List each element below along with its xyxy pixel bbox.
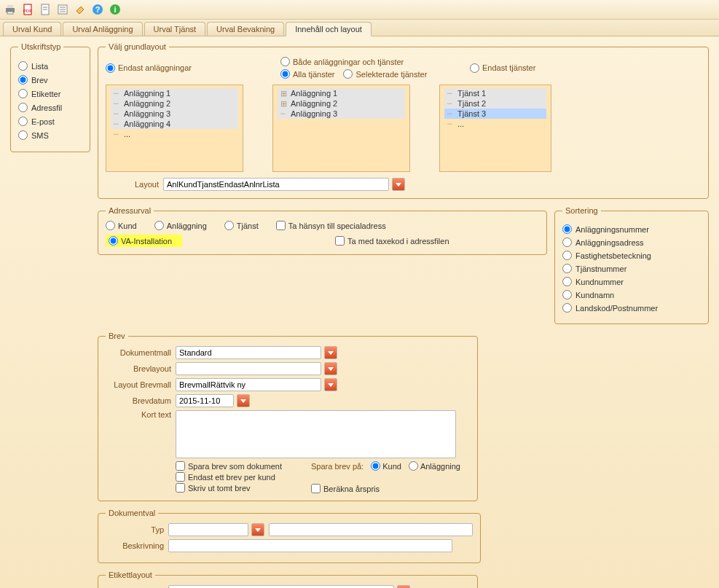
tree-node[interactable]: Tjänst 3 bbox=[444, 109, 546, 119]
utskriftstyp-brev-label: Brev bbox=[31, 76, 48, 85]
dokumentval-legend: Dokumentval bbox=[106, 509, 158, 517]
opt-sel-tj[interactable]: Selekterade tjänster bbox=[343, 69, 427, 79]
opt-endast-anl[interactable]: Endast anläggningar bbox=[106, 57, 251, 79]
tree-tjanster[interactable]: Tjänst 1 Tjänst 2 Tjänst 3 ... bbox=[439, 85, 551, 172]
tree-anl-tjanst[interactable]: Anläggning 1 Anläggning 2 Anläggning 3 bbox=[272, 85, 410, 172]
print-icon[interactable] bbox=[3, 2, 17, 17]
addr-cb-special-label: Ta hänsyn till specialadress bbox=[288, 222, 386, 230]
sort-anladr[interactable]: Anläggningsadress bbox=[562, 238, 701, 247]
dokumentval-group: Dokumentval Typ Beskrivning bbox=[98, 509, 481, 563]
etikett-layout-drop[interactable] bbox=[397, 585, 410, 588]
sort-opt-label: Fastighetsbeteckning bbox=[575, 251, 651, 260]
grund-layout-input[interactable] bbox=[163, 178, 389, 191]
tree-anlaggningar[interactable]: Anläggning 1 Anläggning 2 Anläggning 3 A… bbox=[106, 85, 243, 172]
opt-sel-tj-label: Selekterade tjänster bbox=[355, 70, 427, 79]
document-icon[interactable] bbox=[38, 2, 52, 17]
utskriftstyp-adressfil[interactable]: Adressfil bbox=[18, 103, 82, 112]
cb-tomt[interactable]: Skriv ut tomt brev bbox=[176, 483, 282, 493]
grund-layout-drop[interactable] bbox=[392, 178, 405, 191]
opt-alla-tj[interactable]: Alla tjänster bbox=[280, 69, 334, 79]
utskriftstyp-epost[interactable]: E-post bbox=[18, 117, 82, 126]
tree-node[interactable]: Anläggning 1 bbox=[278, 88, 405, 98]
brev-legend: Brev bbox=[106, 332, 128, 340]
addr-kund[interactable]: Kund bbox=[106, 221, 137, 230]
sort-landskod[interactable]: Landskod/Postnummer bbox=[562, 303, 701, 313]
brevmall-input[interactable] bbox=[176, 378, 321, 391]
tree-node[interactable]: Anläggning 3 bbox=[278, 109, 405, 119]
dok-extra-input[interactable] bbox=[269, 523, 473, 536]
list-icon[interactable] bbox=[55, 2, 70, 17]
cb-label: Skriv ut tomt brev bbox=[188, 484, 251, 493]
help-icon[interactable]: ? bbox=[90, 2, 105, 17]
opt-endast-anl-label: Endast anläggningar bbox=[118, 63, 192, 72]
tree-node[interactable]: Tjänst 1 bbox=[444, 88, 546, 98]
brevmall-label: Layout Brevmall bbox=[106, 380, 171, 389]
tree-node[interactable]: ... bbox=[444, 119, 546, 129]
opt-endast-tj[interactable]: Endast tjänster bbox=[470, 57, 535, 79]
utskriftstyp-epost-label: E-post bbox=[31, 117, 55, 126]
korttext-input[interactable] bbox=[176, 410, 456, 458]
addr-tjanst[interactable]: Tjänst bbox=[224, 221, 259, 230]
sortering-group: Sortering Anläggningsnummer Anläggningsa… bbox=[554, 206, 709, 324]
tab-urval-kund[interactable]: Urval Kund bbox=[3, 22, 61, 36]
tree-node[interactable]: Anläggning 4 bbox=[111, 119, 238, 129]
sort-kundnamn[interactable]: Kundnamn bbox=[562, 290, 701, 299]
etikett-group: Etikettlayout Layout Endast en etikett p… bbox=[98, 571, 478, 588]
spara-pa-anl[interactable]: Anläggning bbox=[409, 461, 460, 471]
addr-tjanst-label: Tjänst bbox=[237, 222, 259, 230]
brevlayout-drop[interactable] bbox=[324, 362, 337, 375]
utskriftstyp-brev[interactable]: Brev bbox=[18, 75, 82, 85]
addr-cb-taxekod[interactable]: Ta med taxekod i adressfilen bbox=[335, 236, 449, 246]
adressurval-group: Adressurval Kund Anläggning Tjänst Ta hä… bbox=[98, 206, 547, 255]
tab-urval-tjanst[interactable]: Urval Tjänst bbox=[144, 22, 205, 36]
sort-kundnr[interactable]: Kundnummer bbox=[562, 277, 701, 286]
dok-beskr-label: Beskrivning bbox=[106, 541, 164, 550]
sort-opt-label: Kundnummer bbox=[575, 278, 624, 286]
brevlayout-input[interactable] bbox=[176, 362, 321, 375]
utskriftstyp-group: Utskriftstyp Lista Brev Etiketter Adress… bbox=[10, 42, 90, 152]
sort-fastighet[interactable]: Fastighetsbeteckning bbox=[562, 251, 701, 260]
opt-bade[interactable]: Både anläggningar och tjänster bbox=[280, 57, 441, 66]
etikett-layout-input[interactable] bbox=[168, 585, 394, 588]
cb-label: Spara brev som dokument bbox=[188, 462, 282, 471]
spara-pa-kund[interactable]: Kund bbox=[371, 461, 401, 471]
cb-ett-brev[interactable]: Endast ett brev per kund bbox=[176, 472, 282, 482]
dok-typ-label: Typ bbox=[106, 525, 164, 534]
tree-node[interactable]: Anläggning 1 bbox=[111, 88, 238, 98]
tree-node[interactable]: ... bbox=[111, 129, 238, 139]
dok-beskr-input[interactable] bbox=[168, 539, 452, 552]
utskriftstyp-etiketter[interactable]: Etiketter bbox=[18, 89, 82, 98]
tree-node[interactable]: Anläggning 2 bbox=[278, 98, 405, 109]
addr-cb-special[interactable]: Ta hänsyn till specialadress bbox=[276, 221, 386, 230]
dokmall-drop[interactable] bbox=[324, 346, 337, 359]
addr-va[interactable]: VA-Installation bbox=[106, 235, 182, 247]
tree-node[interactable]: Anläggning 2 bbox=[111, 98, 238, 109]
brevdatum-input[interactable] bbox=[176, 394, 234, 407]
tab-innehall-layout[interactable]: Innehåll och layout bbox=[286, 22, 372, 36]
tab-urval-anlaggning[interactable]: Urval Anläggning bbox=[63, 22, 142, 36]
dok-typ-input[interactable] bbox=[168, 523, 248, 536]
cb-spara-dok[interactable]: Spara brev som dokument bbox=[176, 461, 282, 471]
sort-tjanstnr[interactable]: Tjänstnummer bbox=[562, 264, 701, 273]
utskriftstyp-lista[interactable]: Lista bbox=[18, 61, 82, 71]
brevmall-drop[interactable] bbox=[324, 378, 337, 391]
info-icon[interactable]: i bbox=[108, 2, 122, 17]
cb-arspris[interactable]: Beräkna årspris bbox=[311, 484, 460, 493]
tree-node[interactable]: Anläggning 3 bbox=[111, 109, 238, 119]
addr-anl[interactable]: Anläggning bbox=[154, 221, 207, 230]
spara-pa-kund-label: Kund bbox=[382, 462, 401, 471]
korttext-label: Kort text bbox=[106, 410, 171, 419]
pdf-icon[interactable]: PDF bbox=[20, 2, 35, 17]
utskriftstyp-sms[interactable]: SMS bbox=[18, 130, 82, 140]
brevlayout-label: Brevlayout bbox=[106, 364, 171, 373]
sort-anlnr[interactable]: Anläggningsnummer bbox=[562, 224, 701, 234]
brevdatum-drop[interactable] bbox=[237, 394, 250, 407]
eraser-icon[interactable] bbox=[73, 2, 87, 17]
dokmall-input[interactable] bbox=[176, 346, 321, 359]
dok-typ-drop[interactable] bbox=[251, 523, 264, 536]
sort-opt-label: Anläggningsnummer bbox=[575, 225, 649, 234]
tree-node[interactable]: Tjänst 2 bbox=[444, 98, 546, 109]
addr-cb-taxekod-label: Ta med taxekod i adressfilen bbox=[347, 237, 449, 246]
tab-urval-bevakning[interactable]: Urval Bevakning bbox=[207, 22, 284, 36]
svg-rect-1 bbox=[7, 5, 13, 8]
